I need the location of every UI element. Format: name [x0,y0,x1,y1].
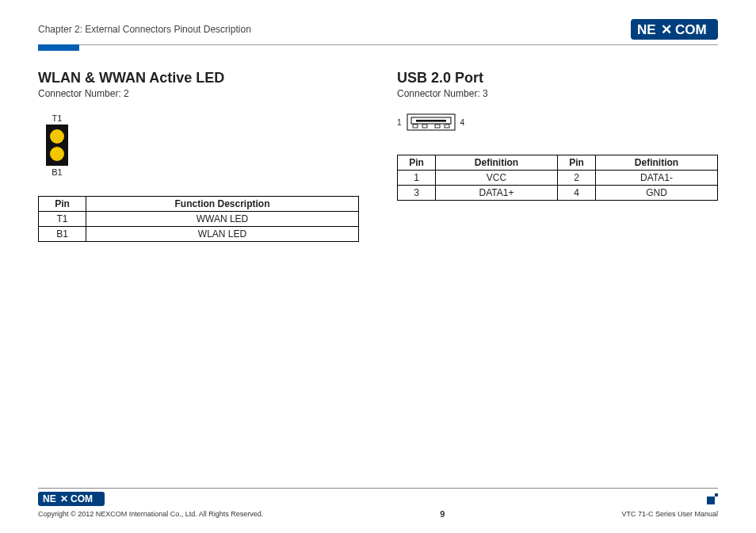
page-marker-icon [707,493,718,504]
led-bottom-icon [50,147,64,161]
usb-connector-number: Connector Number: 3 [397,88,718,99]
header-accent-tab [38,44,79,51]
cell: 3 [398,186,436,201]
svg-rect-5 [413,125,418,128]
led-top-icon [50,129,64,144]
usb-th-pin2: Pin [558,155,596,171]
svg-rect-11 [707,497,715,504]
cell: 4 [558,186,596,201]
cell: B1 [39,227,86,242]
logo-text-right: COM [71,493,93,504]
usb-th-def1: Definition [436,155,558,171]
page-footer: NE ✕ COM Copyright © 2012 NEXCOM Interna… [38,488,718,519]
svg-rect-12 [715,493,718,497]
usb-pin-left-label: 1 [397,118,402,127]
cell: DATA1- [596,171,718,186]
led-label-b1: B1 [46,167,68,177]
cell: DATA1+ [436,186,558,201]
svg-rect-7 [435,125,440,128]
logo-text-left: NE [637,22,656,37]
led-diagram: T1 B1 [46,113,359,177]
usb-section: USB 2.0 Port Connector Number: 3 1 4 Pin… [397,70,718,242]
wlan-wwan-section: WLAN & WWAN Active LED Connector Number:… [38,70,359,242]
led-label-t1: T1 [46,113,68,123]
wlan-connector-number: Connector Number: 2 [38,88,359,99]
cell: WWAN LED [86,212,359,227]
manual-name: VTC 71-C Series User Manual [621,510,718,518]
content-area: WLAN & WWAN Active LED Connector Number:… [38,70,718,242]
page-number: 9 [440,509,445,519]
usb-pin-right-label: 4 [460,118,465,127]
logo-text-right: COM [675,22,707,37]
nexcom-logo-footer: NE ✕ COM [38,492,105,506]
svg-rect-4 [416,120,446,122]
usb-diagram: 1 4 [397,113,718,131]
wlan-th-pin: Pin [39,197,86,212]
table-row: 3 DATA1+ 4 GND [398,186,718,201]
logo-text-left: NE [43,493,56,504]
wlan-pinout-table: Pin Function Description T1 WWAN LED B1 … [38,196,359,242]
table-row: T1 WWAN LED [39,212,359,227]
cell: 1 [398,171,436,186]
svg-rect-6 [422,125,427,128]
usb-pinout-table: Pin Definition Pin Definition 1 VCC 2 DA… [397,155,718,201]
table-row: B1 WLAN LED [39,227,359,242]
cell: T1 [39,212,86,227]
usb-title: USB 2.0 Port [397,70,718,86]
svg-rect-8 [445,125,449,128]
usb-th-def2: Definition [596,155,718,171]
cell: VCC [436,171,558,186]
usb-port-icon [407,113,456,131]
wlan-th-func: Function Description [86,197,359,212]
svg-text:✕: ✕ [661,22,673,37]
cell: 2 [558,171,596,186]
page-header: Chapter 2: External Connectors Pinout De… [38,19,718,45]
usb-th-pin1: Pin [398,155,436,171]
led-housing [46,125,68,166]
svg-text:✕: ✕ [60,493,68,504]
cell: GND [596,186,718,201]
wlan-title: WLAN & WWAN Active LED [38,70,359,86]
copyright-text: Copyright © 2012 NEXCOM International Co… [38,510,263,518]
nexcom-logo-header: NE ✕ COM [631,19,718,40]
chapter-title: Chapter 2: External Connectors Pinout De… [38,24,251,35]
cell: WLAN LED [86,227,359,242]
table-row: 1 VCC 2 DATA1- [398,171,718,186]
